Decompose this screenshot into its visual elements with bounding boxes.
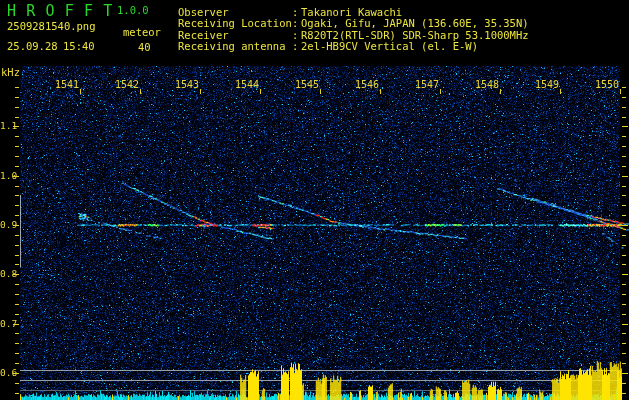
info-label: Receiving antenna [178, 41, 292, 52]
time-label-1547: 1547 [413, 79, 439, 90]
time-label-1543: 1543 [173, 79, 199, 90]
time-label-1544: 1544 [233, 79, 259, 90]
freq-label-0.7: 0.7 [0, 318, 16, 329]
time-label-1546: 1546 [353, 79, 379, 90]
khz-axis-unit-label: kHz [1, 66, 22, 79]
time-label-1548: 1548 [473, 79, 499, 90]
freq-label-0.6: 0.6 [0, 367, 16, 378]
app-version: 1.0.0 [117, 4, 149, 16]
freq-label-1.1: 1.1 [0, 120, 16, 131]
info-value: 2el-HB9CV Vertical (el. E-W) [301, 41, 478, 52]
time-label-1550: 1550 [593, 79, 619, 90]
capture-date: 25.09.28 [7, 40, 58, 52]
mode-label: meteor [123, 26, 161, 38]
time-label-1541: 1541 [53, 79, 79, 90]
capture-filename: 2509281540.png [7, 20, 96, 32]
time-label-1545: 1545 [293, 79, 319, 90]
freq-label-1.0: 1.0 [0, 170, 16, 181]
receiver-info-row: Receiving antenna:2el-HB9CV Vertical (el… [178, 41, 529, 52]
receiver-info: Observer:Takanori KawachiReceiving Locat… [178, 7, 529, 53]
sample-count: 40 [138, 41, 151, 53]
app-title: H R O F F T [7, 2, 113, 20]
time-label-1542: 1542 [113, 79, 139, 90]
spectrogram-canvas [0, 0, 629, 400]
info-separator: : [292, 41, 301, 52]
freq-label-0.9: 0.9 [0, 219, 16, 230]
time-label-1549: 1549 [533, 79, 559, 90]
freq-label-0.8: 0.8 [0, 268, 16, 279]
hrofft-window: { "app": { "title": "H R O F F T", "vers… [0, 0, 629, 400]
capture-time: 15:40 [63, 40, 95, 52]
